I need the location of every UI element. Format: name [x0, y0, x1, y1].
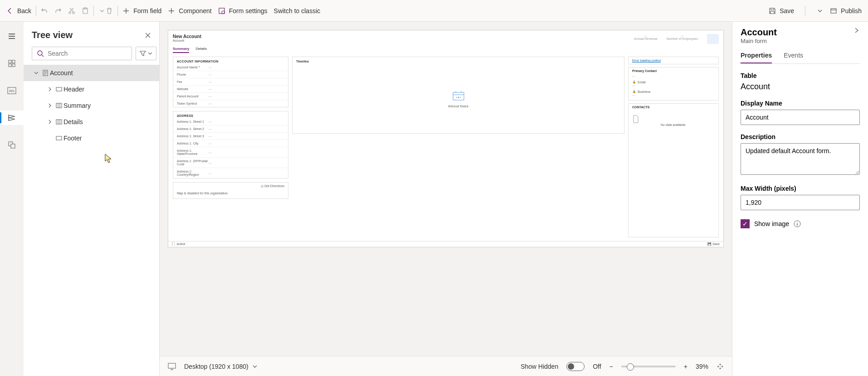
lock-icon: 🔒 [632, 80, 636, 84]
tree-node-details[interactable]: Details [24, 114, 159, 130]
form-field-row[interactable]: Phone--- [173, 71, 288, 78]
section-account-info[interactable]: ACCOUNT INFORMATION Account Name*---Phon… [173, 57, 288, 107]
rail-hamburger[interactable] [0, 29, 24, 43]
form-field-row[interactable]: Address 1: City--- [173, 140, 288, 147]
chevron-down-icon [252, 364, 258, 369]
section-address[interactable]: ADDRESS Address 1: Street 1---Address 1:… [173, 111, 288, 178]
display-name-input[interactable] [741, 110, 860, 125]
viewport-selector[interactable]: Desktop (1920 x 1080) [184, 363, 258, 370]
chevron-menu[interactable] [98, 7, 106, 14]
target-icon: ◎ [261, 184, 263, 188]
props-tab-events[interactable]: Events [784, 52, 803, 63]
tree-search-input[interactable] [48, 50, 127, 57]
zoom-in-button[interactable]: + [684, 363, 688, 370]
svg-point-20 [458, 97, 459, 98]
section-icon [54, 136, 63, 140]
description-input[interactable] [741, 143, 860, 175]
viewport-label: Desktop (1920 x 1080) [184, 363, 249, 370]
properties-panel: Account Main form Properties Events Tabl… [732, 22, 868, 376]
section-timeline[interactable]: Timeline Almost there [292, 57, 624, 134]
tab-icon [54, 119, 63, 125]
component-button[interactable]: Component [168, 7, 211, 14]
undo-icon [41, 7, 48, 14]
form-field-row[interactable]: Address 1: Street 2--- [173, 125, 288, 132]
tree-close-button[interactable] [145, 32, 151, 39]
save-button[interactable]: Save [769, 7, 794, 14]
section-directions[interactable]: ◎ Get Directions Map is disabled for thi… [173, 182, 288, 199]
section-primary-contact[interactable]: Primary Contact --- 🔒Email --- 🔒Business… [628, 67, 719, 101]
form-field-row[interactable]: Website--- [173, 85, 288, 92]
tree-node-account[interactable]: Account [24, 65, 159, 81]
form-tab-summary[interactable]: Summary [173, 47, 189, 53]
form-preview[interactable]: New Account Account ---Annual Revenue --… [168, 30, 724, 247]
tree-node-label: Account [50, 69, 73, 77]
svg-rect-4 [831, 9, 836, 13]
publish-label: Publish [841, 7, 862, 14]
tree-node-summary[interactable]: Summary [24, 97, 159, 114]
form-field-row[interactable]: Parent Account--- [173, 92, 288, 100]
zoom-slider[interactable] [621, 366, 676, 367]
rail-other[interactable] [0, 138, 24, 152]
expand-icon[interactable]: ⛶ [172, 242, 175, 246]
props-expand-button[interactable] [853, 27, 860, 34]
show-hidden-toggle[interactable] [566, 362, 585, 371]
plus-icon [168, 7, 175, 14]
redo-button[interactable] [54, 7, 62, 14]
publish-button[interactable]: Publish [830, 7, 862, 14]
error-loading-control[interactable]: Error loading control [628, 57, 719, 64]
form-title: New Account [173, 34, 201, 39]
svg-point-13 [38, 51, 42, 55]
redo-icon [54, 7, 62, 14]
timeline-icon [453, 91, 464, 101]
form-subtitle: Account [173, 39, 201, 42]
fit-icon[interactable] [717, 363, 724, 370]
save-icon [769, 7, 776, 14]
back-button[interactable]: Back [6, 7, 31, 14]
zoom-out-button[interactable]: − [610, 363, 613, 370]
save-icon[interactable]: 💾 [707, 242, 712, 246]
delete-button[interactable] [106, 7, 113, 14]
chevron-down-icon [148, 51, 152, 56]
form-field-row[interactable]: Account Name*--- [173, 64, 288, 71]
tree-search-box[interactable] [32, 47, 132, 60]
paste-icon [82, 7, 89, 14]
rail-components[interactable] [0, 56, 24, 71]
form-settings-button[interactable]: Form settings [218, 7, 268, 14]
props-tab-properties[interactable]: Properties [741, 52, 772, 63]
paste-button[interactable] [82, 7, 89, 14]
arrow-left-icon [6, 7, 14, 14]
form-field-row[interactable]: Address 1: Country/Region--- [173, 168, 288, 178]
form-field-row[interactable]: Address 1: Street 3--- [173, 132, 288, 140]
show-image-checkbox[interactable]: ✓ [741, 219, 750, 228]
rail-abc[interactable]: Abc [0, 83, 24, 98]
undo-button[interactable] [41, 7, 48, 14]
info-icon[interactable] [794, 220, 801, 227]
maxwidth-label: Max Width (pixels) [741, 185, 860, 192]
form-settings-label: Form settings [229, 7, 268, 14]
section-contacts[interactable]: CONTACTS No data available. [628, 103, 719, 237]
mouse-cursor [104, 153, 113, 164]
form-field-row[interactable]: Address 1: ZIP/Postal Code--- [173, 157, 288, 168]
form-field-row[interactable]: Ticker Symbol--- [173, 100, 288, 107]
show-hidden-label: Show Hidden [521, 363, 558, 370]
tree-node-header[interactable]: Header [24, 81, 159, 97]
chevron-down-icon [32, 71, 41, 75]
trash-icon [106, 7, 113, 14]
svg-point-3 [222, 11, 224, 14]
tree-filter-button[interactable] [136, 47, 156, 60]
save-chevron[interactable] [816, 7, 824, 14]
form-field-button[interactable]: Form field [122, 7, 161, 14]
show-image-label: Show image [754, 220, 789, 227]
filter-icon [140, 50, 146, 57]
monitor-icon [168, 363, 176, 370]
maxwidth-input[interactable] [741, 195, 860, 210]
form-field-row[interactable]: Address 1: State/Province--- [173, 147, 288, 157]
form-field-row[interactable]: Address 1: Street 1--- [173, 118, 288, 125]
rail-tree-view[interactable] [0, 111, 24, 125]
form-field-row[interactable]: Fax--- [173, 78, 288, 85]
form-tab-details[interactable]: Details [195, 47, 206, 53]
tree-node-footer[interactable]: Footer [24, 130, 159, 146]
svg-point-22 [460, 97, 461, 98]
switch-classic-button[interactable]: Switch to classic [274, 7, 321, 14]
cut-button[interactable] [68, 7, 75, 14]
